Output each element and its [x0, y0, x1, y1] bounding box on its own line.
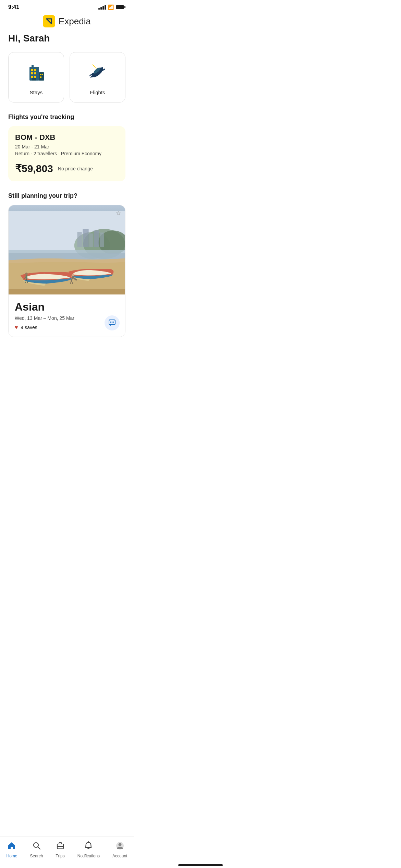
flights-label: Flights	[90, 89, 105, 95]
tracking-heading: Flights you're tracking	[8, 113, 125, 121]
svg-rect-11	[42, 74, 43, 75]
svg-rect-40	[113, 322, 114, 323]
trip-dates: Wed, 13 Mar – Mon, 25 Mar	[15, 315, 119, 321]
app-header: Expedia	[0, 12, 134, 33]
trip-section: Still planning your trip?	[8, 192, 125, 337]
stays-label: Stays	[30, 89, 43, 95]
chat-button[interactable]	[105, 315, 120, 330]
expedia-logo-icon	[43, 15, 55, 27]
svg-rect-7	[32, 78, 36, 81]
trip-destination: Asian	[15, 301, 119, 313]
tracking-card[interactable]: BOM - DXB 20 Mar - 21 Mar Return · 2 tra…	[8, 126, 125, 181]
svg-rect-8	[39, 72, 44, 81]
flight-price-row: ₹59,803 No price change	[15, 162, 119, 174]
flight-dates: 20 Mar - 21 Mar	[15, 144, 119, 149]
stays-icon	[26, 62, 47, 85]
flight-details: Return · 2 travellers · Premium Economy	[15, 151, 119, 156]
svg-rect-4	[34, 72, 36, 74]
svg-rect-2	[34, 69, 36, 71]
status-time: 9:41	[8, 4, 19, 10]
svg-rect-6	[34, 76, 36, 78]
category-row: Stays Flights	[8, 52, 125, 103]
flight-price: ₹59,803	[15, 162, 53, 174]
star-icon[interactable]: ☆	[116, 209, 121, 217]
greeting-text: Hi, Sarah	[8, 33, 125, 44]
heart-icon: ♥	[15, 324, 18, 330]
flights-icon	[87, 62, 108, 85]
svg-rect-9	[40, 74, 41, 75]
svg-rect-39	[112, 322, 113, 323]
wifi-icon: 📶	[108, 4, 114, 10]
battery-icon	[116, 5, 125, 9]
flights-card[interactable]: Flights	[70, 52, 125, 103]
stays-card[interactable]: Stays	[8, 52, 64, 103]
svg-rect-10	[40, 76, 41, 78]
svg-rect-5	[31, 76, 33, 78]
app-title: Expedia	[59, 16, 91, 27]
svg-rect-38	[110, 322, 111, 323]
trip-card[interactable]: ☆ Asian Wed, 13 Mar – Mon, 25 Mar ♥ 4 sa…	[8, 205, 125, 337]
main-content: Hi, Sarah	[0, 33, 134, 337]
trip-info: Asian Wed, 13 Mar – Mon, 25 Mar ♥ 4 save…	[9, 294, 125, 337]
status-bar: 9:41 📶	[0, 0, 134, 12]
price-status: No price change	[58, 166, 93, 171]
svg-rect-36	[9, 211, 125, 289]
flight-route: BOM - DXB	[15, 133, 119, 142]
signal-icon	[98, 5, 106, 10]
saves-count: 4 saves	[21, 325, 37, 330]
status-icons: 📶	[98, 4, 125, 10]
trip-section-heading: Still planning your trip?	[8, 192, 125, 200]
trip-saves: ♥ 4 saves	[15, 324, 119, 330]
svg-rect-3	[31, 72, 33, 74]
trip-image: ☆	[9, 205, 125, 294]
svg-rect-1	[31, 69, 33, 71]
svg-rect-12	[32, 65, 34, 68]
